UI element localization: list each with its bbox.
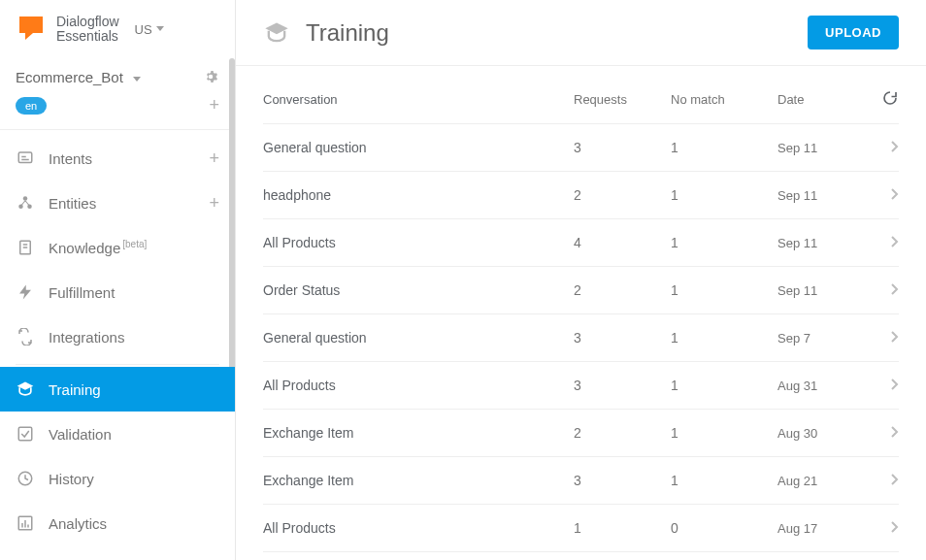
language-pill[interactable]: en bbox=[16, 97, 47, 115]
fulfillment-icon bbox=[16, 282, 35, 302]
nav-label: Analytics bbox=[49, 515, 219, 532]
caret-down-icon bbox=[133, 69, 141, 85]
cell-nomatch: 1 bbox=[671, 473, 777, 488]
nav-item-validation[interactable]: Validation bbox=[0, 412, 235, 456]
cell-conversation: Exchange Item bbox=[263, 425, 574, 441]
nav-item-integrations[interactable]: Integrations bbox=[0, 314, 235, 359]
nav-label: Training bbox=[49, 381, 219, 398]
col-date: Date bbox=[777, 92, 855, 107]
table-row[interactable]: General question31Sep 7 bbox=[263, 314, 899, 362]
table-row[interactable]: Exchange Item31Aug 21 bbox=[263, 457, 899, 505]
locale-selector[interactable]: US bbox=[135, 22, 164, 37]
chevron-right-icon bbox=[855, 425, 899, 441]
entities-icon bbox=[16, 193, 35, 213]
cell-date: Sep 7 bbox=[777, 331, 855, 346]
svg-point-4 bbox=[23, 196, 28, 201]
locale-label: US bbox=[135, 22, 152, 37]
cell-conversation: General question bbox=[263, 330, 574, 346]
upload-button[interactable]: UPLOAD bbox=[808, 16, 899, 49]
sidebar: Dialogflow Essentials US Ecommerce_Bot bbox=[0, 0, 236, 560]
chevron-right-icon bbox=[855, 520, 899, 536]
cell-requests: 3 bbox=[574, 378, 671, 393]
topbar: Training UPLOAD bbox=[236, 0, 926, 66]
cell-date: Aug 30 bbox=[777, 426, 855, 441]
svg-line-8 bbox=[25, 201, 29, 206]
chevron-right-icon bbox=[855, 282, 899, 298]
table-row[interactable]: headphone21Sep 11 bbox=[263, 172, 899, 219]
conversations-table: Conversation Requests No match Date Gene… bbox=[236, 66, 926, 552]
table-row[interactable]: Order Status21Sep 11 bbox=[263, 267, 899, 314]
nav-item-history[interactable]: History bbox=[0, 456, 235, 501]
table-row[interactable]: All Products10Aug 17 bbox=[263, 505, 899, 552]
add-entity-button[interactable]: + bbox=[209, 193, 219, 214]
cell-conversation: Order Status bbox=[263, 282, 574, 298]
cell-requests: 2 bbox=[574, 187, 671, 203]
svg-rect-12 bbox=[18, 427, 32, 441]
nav-label: History bbox=[49, 471, 219, 487]
svg-point-5 bbox=[18, 205, 23, 210]
training-icon bbox=[263, 19, 290, 47]
table-row[interactable]: Exchange Item21Aug 30 bbox=[263, 410, 899, 457]
history-icon bbox=[16, 469, 35, 488]
cell-requests: 3 bbox=[574, 330, 671, 346]
cell-date: Sep 11 bbox=[777, 141, 855, 155]
nav-label: Integrations bbox=[49, 329, 219, 346]
caret-down-icon bbox=[156, 26, 164, 32]
table-row[interactable]: General question31Sep 11 bbox=[263, 124, 899, 172]
cell-date: Aug 17 bbox=[777, 521, 855, 536]
add-language-button[interactable]: + bbox=[209, 95, 219, 115]
cell-nomatch: 1 bbox=[671, 187, 777, 203]
dialogflow-logo-icon bbox=[16, 14, 47, 45]
training-icon bbox=[16, 379, 35, 399]
nav-label: Validation bbox=[49, 426, 219, 443]
svg-rect-15 bbox=[21, 523, 23, 528]
integrations-icon bbox=[16, 327, 35, 346]
nav-label: Knowledge[beta] bbox=[49, 239, 219, 256]
cell-requests: 1 bbox=[574, 520, 671, 536]
cell-nomatch: 1 bbox=[671, 330, 777, 346]
svg-rect-17 bbox=[27, 525, 29, 528]
svg-marker-0 bbox=[19, 16, 43, 40]
table-body: General question31Sep 11headphone21Sep 1… bbox=[263, 124, 899, 552]
add-intent-button[interactable]: + bbox=[209, 148, 219, 169]
chevron-right-icon bbox=[855, 235, 899, 250]
analytics-icon bbox=[16, 513, 35, 533]
cell-date: Sep 11 bbox=[777, 283, 855, 298]
nav-label: Entities bbox=[49, 195, 195, 212]
cell-date: Sep 11 bbox=[777, 236, 855, 250]
intents-icon bbox=[16, 148, 35, 168]
cell-requests: 2 bbox=[574, 282, 671, 298]
nav-item-intents[interactable]: Intents + bbox=[0, 136, 235, 181]
nav-item-fulfillment[interactable]: Fulfillment bbox=[0, 270, 235, 314]
nav-item-training[interactable]: Training bbox=[0, 367, 235, 412]
refresh-button[interactable] bbox=[855, 89, 899, 110]
cell-conversation: Exchange Item bbox=[263, 473, 574, 488]
svg-rect-16 bbox=[24, 520, 26, 528]
agent-selector[interactable]: Ecommerce_Bot bbox=[16, 69, 141, 85]
cell-nomatch: 1 bbox=[671, 378, 777, 393]
nav: Intents + Entities + Knowledge[beta] bbox=[0, 130, 235, 545]
chevron-right-icon bbox=[855, 140, 899, 155]
col-conversation: Conversation bbox=[263, 92, 574, 107]
cell-conversation: headphone bbox=[263, 187, 574, 203]
cell-nomatch: 1 bbox=[671, 235, 777, 250]
nav-label: Fulfillment bbox=[49, 284, 219, 301]
nav-item-analytics[interactable]: Analytics bbox=[0, 501, 235, 545]
agent-selector-row: Ecommerce_Bot bbox=[0, 62, 235, 87]
page-title: Training bbox=[306, 19, 389, 47]
language-row: en + bbox=[0, 87, 235, 130]
col-nomatch: No match bbox=[671, 92, 777, 107]
knowledge-icon bbox=[16, 238, 35, 257]
nav-item-entities[interactable]: Entities + bbox=[0, 181, 235, 225]
table-row[interactable]: All Products41Sep 11 bbox=[263, 219, 899, 267]
nav-item-knowledge[interactable]: Knowledge[beta] bbox=[0, 225, 235, 270]
cell-date: Sep 11 bbox=[777, 188, 855, 203]
cell-conversation: General question bbox=[263, 140, 574, 155]
chevron-right-icon bbox=[855, 187, 899, 203]
chevron-right-icon bbox=[855, 473, 899, 488]
table-row[interactable]: All Products31Aug 31 bbox=[263, 362, 899, 410]
gear-icon[interactable] bbox=[202, 68, 219, 85]
beta-badge: [beta] bbox=[122, 239, 147, 249]
agent-name-label: Ecommerce_Bot bbox=[16, 69, 123, 85]
chevron-right-icon bbox=[855, 378, 899, 393]
